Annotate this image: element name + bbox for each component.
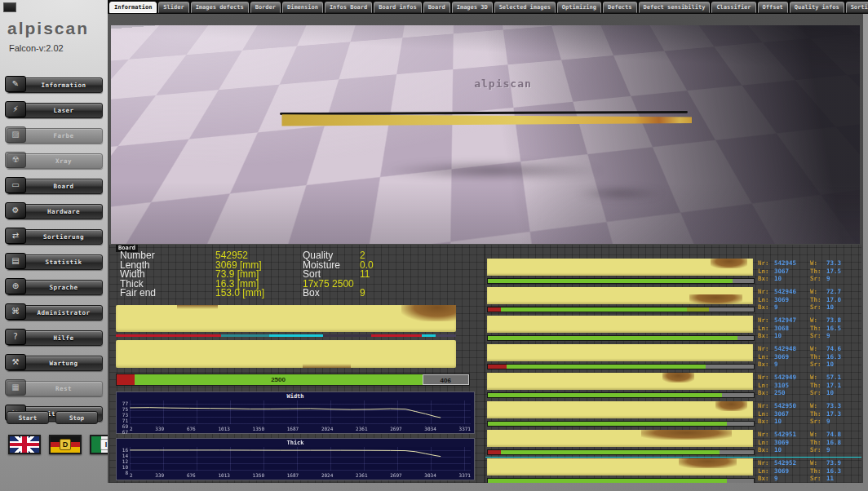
- field-label: W:: [810, 459, 826, 467]
- y-tick-label: 77: [122, 400, 128, 406]
- cut-bar-segment: [722, 393, 754, 397]
- cut-bar-segment: [488, 422, 727, 426]
- sidebar-button-farbe[interactable]: ▨Farbe: [7, 128, 103, 144]
- tab-offset[interactable]: Offset: [758, 2, 788, 13]
- sidebar-button-rest[interactable]: ▦Rest: [7, 381, 103, 396]
- cut-bar-segment: [488, 307, 501, 312]
- board-list-row[interactable]: Nr:542946W:72.7Ln:3069Th:17.0Bx:9Sr:10: [485, 287, 861, 311]
- sidebar-button-laser[interactable]: ⚡Laser: [7, 103, 103, 118]
- x-tick-label: 3034: [424, 426, 436, 432]
- board-list-row[interactable]: Nr:542948W:74.6Ln:3069Th:16.3Bx:9Sr:10: [485, 344, 861, 368]
- field-value: 3067: [774, 268, 810, 276]
- board-list-row[interactable]: Nr:542949W:57.1Ln:3105Th:17.1Bx:250Sr:10: [485, 373, 861, 396]
- defect-segment: [371, 334, 423, 337]
- board-thumbnail: [487, 373, 753, 390]
- board-list-row[interactable]: Nr:542952W:73.9Ln:3069Th:16.3Bx:9Sr:11: [485, 458, 861, 482]
- tab-slider[interactable]: Slider: [158, 2, 188, 13]
- tab-selected-images[interactable]: Selected images: [494, 2, 556, 13]
- board-thumbnail: [487, 458, 753, 476]
- chart-title: Thick: [117, 440, 474, 446]
- field-value: 17.3: [826, 410, 860, 418]
- field-value: 542950: [774, 402, 810, 410]
- cut-bar-segment: [488, 393, 722, 397]
- sidebar-button-statistik[interactable]: ▤Statistik: [7, 254, 103, 270]
- tab-dimension[interactable]: Dimension: [282, 2, 323, 13]
- tab-classifier[interactable]: Classifier: [711, 2, 755, 13]
- sidebar-button-sortierung[interactable]: ⇄Sortierung: [7, 229, 103, 245]
- board-list-line: Ln:3105Th:17.1: [758, 382, 860, 390]
- field-label: W:: [810, 259, 826, 268]
- tab-infos-board[interactable]: Infos Board: [325, 2, 372, 13]
- board-info-row: Fair end153.0 [mm]: [120, 289, 308, 299]
- sidebar-button-hilfe[interactable]: ?Hilfe: [7, 330, 103, 346]
- status-bar: 2023.8.11 10:38: [0, 483, 868, 491]
- cut-bar-segment: [507, 365, 706, 369]
- tab-sortierung[interactable]: Sortierung: [846, 2, 868, 13]
- scene-watermark: alpiscan: [474, 77, 532, 90]
- board-list-line: Ln:3069Th:16.3: [758, 353, 860, 361]
- tab-quality-infos[interactable]: Quality infos: [790, 2, 844, 13]
- language-flags: D I: [8, 435, 122, 454]
- board-list-text: Nr:542946W:72.7Ln:3069Th:17.0Bx:9Sr:10: [758, 288, 860, 312]
- tab-defect-sensibility[interactable]: Defect sensibility: [639, 2, 711, 13]
- app-logo: alpiscan: [7, 19, 89, 38]
- chart-plot-area: [130, 400, 471, 424]
- board-info-row: Box9: [303, 289, 482, 299]
- field-label: W:: [810, 316, 826, 325]
- sidebar-button-xray[interactable]: ☢Xray: [7, 153, 103, 169]
- tab-board[interactable]: Board: [423, 2, 450, 13]
- field-label: Sr:: [810, 418, 826, 426]
- 3d-viewport[interactable]: alpiscan: [111, 25, 860, 244]
- info-value: 9: [360, 289, 365, 299]
- tab-defects[interactable]: Defects: [603, 2, 637, 13]
- tab-images-defects[interactable]: Images defects: [191, 2, 249, 13]
- stop-button[interactable]: Stop: [55, 411, 98, 424]
- board-list-row[interactable]: Nr:542945W:73.3Ln:3067Th:17.5Bx:10Sr:9: [485, 259, 861, 282]
- cut-bar-segment: [727, 422, 754, 426]
- cut-bar-label: 2500: [135, 374, 423, 385]
- field-label: Th:: [810, 439, 826, 447]
- tab-images-3d[interactable]: Images 3D: [452, 2, 493, 13]
- sidebar-button-sprache[interactable]: ⊕Sprache: [7, 280, 103, 295]
- defect-segment: [116, 334, 221, 337]
- start-button[interactable]: Start: [7, 411, 49, 424]
- sidebar-button-wartung[interactable]: ⚒Wartung: [7, 356, 103, 371]
- thumbnail-cut-bar: [487, 278, 755, 284]
- x-tick-label: 1013: [218, 426, 229, 432]
- board-list-row[interactable]: Nr:542947W:73.8Ln:3068Th:16.5Bx:10Sr:9: [485, 316, 861, 339]
- english-flag-button[interactable]: [8, 435, 41, 454]
- start-stop-row: Start Stop: [7, 411, 98, 424]
- defect-segment: [422, 334, 436, 337]
- sorting-icon: ⇄: [5, 228, 26, 244]
- y-tick-label: 12: [122, 458, 128, 464]
- sidebar-button-information[interactable]: ✎Information: [7, 77, 103, 93]
- window-icon[interactable]: [3, 2, 16, 12]
- board-thumbnail: [487, 316, 753, 333]
- field-value: 3069: [774, 296, 810, 304]
- tab-board-infos[interactable]: Board infos: [374, 2, 421, 13]
- field-label: Ln:: [758, 325, 774, 333]
- field-label: Sr:: [810, 275, 826, 283]
- field-value: 73.3: [826, 259, 860, 268]
- field-label: Sr:: [810, 389, 826, 397]
- board-list-line: Bx:9Sr:10: [758, 303, 860, 312]
- board-list-row[interactable]: Nr:542950W:73.3Ln:3067Th:17.3Bx:10Sr:9: [485, 401, 861, 425]
- sidebar-button-board[interactable]: ▭Board: [7, 179, 103, 194]
- tab-information[interactable]: Information: [109, 2, 157, 13]
- sidebar-button-hardware[interactable]: ⚙Hardware: [7, 204, 103, 219]
- tab-border[interactable]: Border: [250, 2, 281, 13]
- board-list-line: Ln:3068Th:16.5: [758, 325, 860, 333]
- board-3d-model: [280, 112, 692, 130]
- field-label: Sr:: [810, 361, 826, 369]
- board-list-line: Bx:9Sr:10: [758, 361, 860, 369]
- sidebar-button-administrator[interactable]: ⌘Administrator: [7, 305, 103, 321]
- cut-bar-fair-end: [117, 374, 135, 385]
- tab-optimizing[interactable]: Optimizing: [557, 2, 601, 13]
- german-flag-button[interactable]: D: [49, 435, 82, 454]
- color-icon: ▨: [5, 126, 26, 143]
- field-value: 542951: [774, 431, 810, 439]
- board-list-row[interactable]: Nr:542951W:74.8Ln:3069Th:16.8Bx:10Sr:9: [485, 430, 861, 453]
- thumbnail-defect-patch: [715, 401, 747, 411]
- field-value: 3067: [774, 410, 810, 418]
- field-value: 542946: [774, 288, 810, 296]
